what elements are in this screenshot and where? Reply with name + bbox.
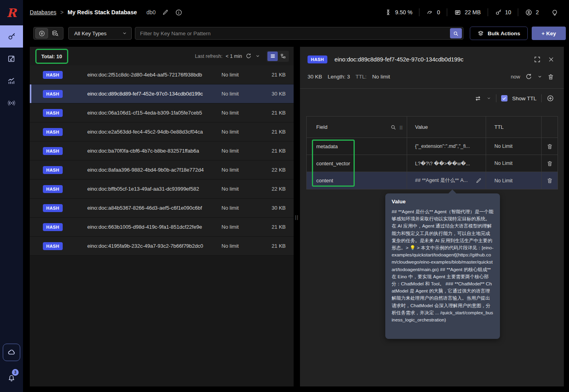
memory-icon [454, 9, 461, 16]
stat-ops: 0 [426, 9, 440, 16]
edit-value-pencil-icon[interactable] [475, 178, 482, 184]
detail-ttl-label: TTL: [356, 74, 367, 80]
delete-key-trash-icon[interactable] [547, 73, 554, 80]
breadcrumb-separator: > [60, 9, 63, 15]
delete-field-trash-icon[interactable] [546, 177, 553, 184]
key-type-select[interactable]: All Key Types [68, 27, 132, 40]
delete-field-trash-icon[interactable] [546, 160, 553, 167]
key-row[interactable]: HASH eino:doc:4195fa9b-232c-49a7-93c2-7b… [30, 237, 294, 256]
key-row[interactable]: HASH eino:doc:8afaa396-9882-4bd4-9b0b-ac… [30, 161, 294, 180]
tree-view-button[interactable] [278, 52, 288, 61]
insights-lightbulb-icon[interactable] [551, 8, 559, 16]
key-ttl: No limit [208, 129, 252, 135]
key-name: eino:doc:bffb05cf-1e13-49af-aa31-dc93999… [87, 186, 208, 192]
key-row[interactable]: HASH eino:doc:ba70f0fa-cbf6-4b7c-b8be-83… [30, 142, 294, 161]
field-ttl: No Limit [494, 178, 513, 184]
key-row[interactable]: HASH eino:doc:e2a563dd-fec4-45c2-94db-0e… [30, 122, 294, 142]
key-size: 21 KB [252, 129, 286, 135]
key-search-input[interactable] [140, 31, 450, 36]
filter-by-type-button[interactable] [35, 28, 48, 38]
key-name: eino:doc:ba70f0fa-cbf6-4b7c-b8be-832571f… [87, 148, 208, 154]
refresh-key-icon[interactable] [525, 73, 532, 80]
key-size: 21 KB [252, 110, 286, 116]
key-name: eino:doc:06a106d1-cf15-4eda-b309-1fa05fe… [87, 110, 208, 116]
value-format-swap-icon[interactable] [474, 95, 482, 102]
db-stats: 9.50 % 0 22 MB [385, 8, 559, 16]
refresh-keys-icon[interactable] [245, 53, 252, 59]
key-name: eino:doc:a84b5367-8266-46d3-aef5-c6f1e09… [87, 205, 208, 211]
field-row[interactable]: metadata {"_extension":".md","_fi... No … [307, 138, 557, 155]
delete-field-trash-icon[interactable] [546, 143, 553, 150]
key-name: eino:doc:e2a563dd-fec4-45c2-94db-0e88d3c… [87, 129, 208, 135]
key-name: eino:doc:8afaa396-9882-4bd4-9b0b-ac7f18e… [87, 167, 208, 173]
key-row[interactable]: HASH eino:doc:bffb05cf-1e13-49af-aa31-dc… [30, 180, 294, 199]
search-submit-button[interactable] [450, 28, 462, 38]
breadcrumb-databases-link[interactable]: Databases [30, 9, 56, 15]
key-type-badge: HASH [43, 90, 63, 98]
detail-refresh-time: now [511, 74, 520, 80]
sidebar-item-analytics[interactable] [0, 70, 23, 92]
refresh-settings-chevron-icon[interactable] [255, 54, 260, 59]
tree-view-icon [280, 53, 286, 59]
key-size: 21 KB [252, 243, 286, 249]
field-row[interactable]: content_vector L?�?\? ��>��w�... No Limi… [307, 155, 557, 172]
stat-cpu-value: 9.50 % [395, 9, 413, 15]
show-ttl-checkbox[interactable] [501, 95, 507, 101]
detail-ttl-value: No limit [372, 74, 390, 80]
key-row[interactable]: HASH eino:doc:2f51c8dc-2d80-4eb4-aaf5-72… [30, 65, 294, 84]
key-row[interactable]: HASH eino:doc:663b1005-d98d-419c-9fa1-85… [30, 218, 294, 237]
column-resize-handle[interactable]: || [400, 125, 403, 130]
key-type-badge: HASH [43, 147, 63, 155]
key-row[interactable]: HASH eino:doc:06a106d1-cf15-4eda-b309-1f… [30, 103, 294, 122]
tooltip-title: Value [392, 199, 494, 205]
sidebar-item-pubsub[interactable] [0, 92, 23, 114]
fullscreen-icon[interactable] [534, 56, 541, 63]
bulk-actions-label: Bulk Actions [488, 31, 520, 36]
sidebar: R [0, 0, 23, 392]
edit-db-pencil-icon[interactable] [162, 9, 169, 16]
sidebar-item-workbench[interactable] [0, 48, 23, 70]
key-size: 21 KB [252, 148, 286, 154]
panel-resize-handle[interactable]: || [294, 42, 300, 392]
stat-users: 2 [525, 9, 539, 16]
detail-key-name: eino:doc:d89c8d89-fef7-452e-97c0-134cdb0… [334, 56, 527, 63]
refresh-settings-chevron-icon[interactable] [537, 74, 542, 79]
bulk-actions-button[interactable]: Bulk Actions [470, 27, 528, 40]
chevron-down-icon [122, 31, 127, 36]
key-ttl: No limit [208, 243, 252, 249]
key-row[interactable]: HASH eino:doc:a84b5367-8266-46d3-aef5-c6… [30, 199, 294, 218]
key-rows: HASH eino:doc:2f51c8dc-2d80-4eb4-aaf5-72… [30, 65, 294, 256]
key-type-badge: HASH [43, 223, 63, 231]
key-ttl: No limit [208, 91, 252, 97]
detail-key-size: 30 KB [308, 74, 322, 80]
scan-keys-button[interactable] [49, 28, 62, 38]
list-view-button[interactable] [267, 52, 278, 61]
sidebar-item-browser[interactable] [0, 25, 23, 48]
key-detail-header: HASH eino:doc:d89c8d89-fef7-452e-97c0-13… [300, 47, 564, 63]
key-ttl: No limit [208, 186, 252, 192]
column-header-value: Value [415, 124, 428, 130]
db-info-icon[interactable] [175, 9, 183, 16]
sidebar-item-notifications[interactable]: 3 [3, 368, 20, 387]
key-type-badge: HASH [43, 204, 63, 212]
stat-ops-value: 0 [437, 9, 440, 15]
add-field-button[interactable] [546, 94, 554, 102]
redis-logo[interactable]: R [0, 0, 23, 25]
column-header-ttl: TTL [494, 124, 504, 130]
key-list-panel: Total: 10 Last refresh: < 1 min [30, 47, 294, 386]
stat-memory-value: 22 MB [465, 9, 481, 15]
annotation-total-highlight: Total: 10 [35, 49, 68, 64]
close-icon[interactable] [548, 56, 554, 63]
key-row[interactable]: HASH eino:doc:d89c8d89-fef7-452e-97c0-13… [30, 84, 294, 103]
key-size: 30 KB [252, 91, 286, 97]
key-ttl: No limit [208, 224, 252, 230]
sidebar-item-cloud[interactable] [3, 344, 20, 361]
add-key-button[interactable]: + Key [532, 27, 566, 40]
page-title: My Redis Stack Database [67, 9, 137, 15]
format-chevron-icon[interactable] [486, 96, 491, 101]
key-type-badge: HASH [43, 71, 63, 79]
filter-bar: All Key Types Bulk Actions + Key [23, 25, 569, 42]
field-search-icon[interactable] [390, 124, 396, 130]
field-row[interactable]: content ## **Agent 是什么** A... No Limit [307, 172, 557, 189]
key-ttl: No limit [208, 167, 252, 173]
